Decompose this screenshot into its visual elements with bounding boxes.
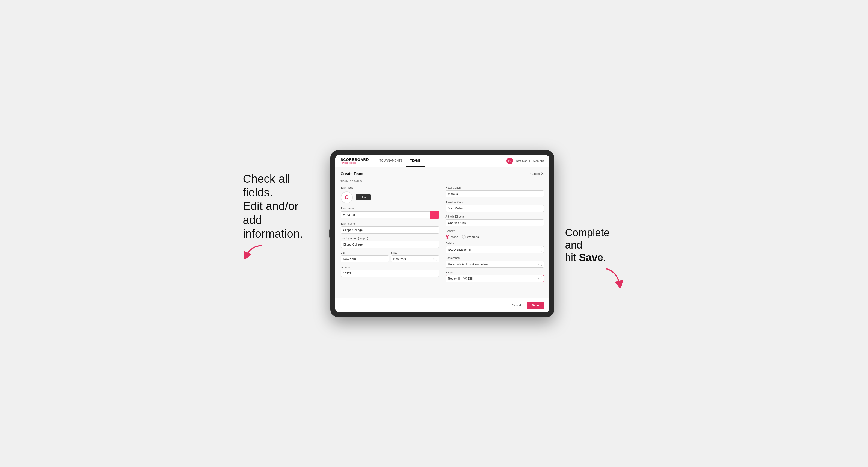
conference-label: Conference [445, 256, 544, 259]
conference-wrapper: ✕ ⌃⌄ [445, 260, 544, 268]
nav-user: Test User | [516, 159, 530, 162]
region-input[interactable] [445, 275, 544, 282]
assistant-coach-label: Assistant Coach [445, 201, 544, 204]
state-input[interactable] [391, 255, 439, 262]
team-name-input[interactable] [341, 226, 439, 234]
cancel-header-button[interactable]: Cancel ✕ [530, 172, 544, 176]
logo-circle: C [341, 191, 353, 204]
logo-sub: Powered by clippd [341, 162, 369, 164]
save-button[interactable]: Save [527, 302, 544, 309]
colour-swatch[interactable] [430, 211, 439, 219]
team-colour-field: Team colour [341, 207, 439, 219]
state-clear-icon[interactable]: ✕ [433, 257, 435, 260]
city-field: City [341, 251, 389, 262]
city-state-group: City State ✕ ⌃⌄ [341, 251, 439, 262]
right-text-line2: hit [565, 252, 579, 263]
right-text-end: . [603, 252, 606, 263]
gender-field: Gender Mens Womens [445, 230, 544, 239]
conference-input[interactable] [445, 260, 544, 268]
display-name-field: Display name (unique) [341, 237, 439, 248]
athletic-director-input[interactable] [445, 219, 544, 226]
tab-teams[interactable]: TEAMS [406, 155, 425, 167]
athletic-director-label: Athletic Director [445, 215, 544, 218]
arrow-left-icon [243, 243, 265, 259]
region-field: Region ✕ ⌃⌄ [445, 271, 544, 282]
team-logo-field: Team logo C Upload [341, 186, 439, 204]
avatar: TU [506, 158, 513, 164]
team-colour-input[interactable] [341, 211, 430, 218]
head-coach-label: Head Coach [445, 186, 544, 189]
city-state-row: City State ✕ ⌃⌄ [341, 251, 439, 262]
conference-field: Conference ✕ ⌃⌄ [445, 256, 544, 268]
nav-right: TU Test User | Sign out [506, 158, 544, 164]
colour-field-wrapper [341, 211, 439, 219]
team-name-field: Team name [341, 222, 439, 234]
state-wrapper: ✕ ⌃⌄ [391, 255, 439, 262]
arrow-right-icon [603, 266, 625, 288]
nav-tabs: TOURNAMENTS TEAMS [375, 155, 424, 167]
gender-mens-option[interactable]: Mens [445, 235, 458, 239]
division-input[interactable] [445, 246, 544, 253]
division-wrapper: ⌃⌄ [445, 246, 544, 253]
upload-button[interactable]: Upload [355, 194, 371, 200]
city-label: City [341, 251, 389, 254]
division-field: Division ⌃⌄ [445, 242, 544, 253]
assistant-coach-field: Assistant Coach [445, 201, 544, 212]
logo-title: SCOREBOARD [341, 158, 369, 161]
zip-input[interactable] [341, 270, 439, 277]
form-footer: Cancel Save [335, 298, 549, 312]
form-grid: Team logo C Upload Team colour [341, 186, 544, 282]
zip-field: Zip code [341, 266, 439, 277]
team-name-label: Team name [341, 222, 439, 225]
conference-clear-icon[interactable]: ✕ [537, 262, 539, 266]
cancel-button[interactable]: Cancel [508, 302, 524, 309]
left-text-line1: Check all fields. [243, 172, 290, 199]
gender-womens-option[interactable]: Womens [462, 235, 478, 239]
state-field: State ✕ ⌃⌄ [391, 251, 439, 262]
page-title: Create Team [341, 172, 364, 176]
team-logo-label: Team logo [341, 186, 439, 189]
gender-mens-radio[interactable] [445, 235, 450, 239]
tablet-device: SCOREBOARD Powered by clippd TOURNAMENTS… [330, 150, 554, 317]
right-instructions: Complete and hit Save. [565, 150, 625, 288]
left-instructions: Check all fields. Edit and/or add inform… [243, 150, 319, 259]
athletic-director-field: Athletic Director [445, 215, 544, 226]
state-label: State [391, 251, 439, 254]
gender-womens-radio[interactable] [462, 235, 466, 239]
division-label: Division [445, 242, 544, 245]
tab-tournaments[interactable]: TOURNAMENTS [375, 155, 406, 167]
right-text-bold: Save [579, 252, 603, 263]
team-colour-label: Team colour [341, 207, 439, 210]
left-text-line3: information. [243, 227, 303, 240]
assistant-coach-input[interactable] [445, 205, 544, 212]
display-name-input[interactable] [341, 241, 439, 248]
city-input[interactable] [341, 255, 389, 262]
display-name-label: Display name (unique) [341, 237, 439, 240]
section-label: TEAM DETAILS [341, 180, 544, 182]
tablet-side-button [329, 229, 330, 238]
zip-label: Zip code [341, 266, 439, 269]
nav-bar: SCOREBOARD Powered by clippd TOURNAMENTS… [335, 155, 549, 167]
left-text-line2: Edit and/or add [243, 199, 299, 226]
gender-row: Mens Womens [445, 235, 544, 239]
nav-logo: SCOREBOARD Powered by clippd [341, 158, 369, 164]
page-header: Create Team Cancel ✕ [341, 172, 544, 176]
head-coach-field: Head Coach [445, 186, 544, 197]
gender-label: Gender [445, 230, 544, 233]
logo-area: C Upload [341, 191, 439, 204]
head-coach-input[interactable] [445, 190, 544, 197]
right-text-line1: Complete and [565, 227, 610, 251]
region-wrapper: ✕ ⌃⌄ [445, 275, 544, 282]
tablet-screen: SCOREBOARD Powered by clippd TOURNAMENTS… [335, 155, 549, 312]
close-icon: ✕ [541, 172, 544, 176]
sign-out-link[interactable]: Sign out [533, 159, 544, 162]
region-clear-icon[interactable]: ✕ [537, 277, 539, 280]
form-right-column: Head Coach Assistant Coach Athletic Dire… [445, 186, 544, 282]
form-left-column: Team logo C Upload Team colour [341, 186, 439, 282]
main-content: Create Team Cancel ✕ TEAM DETAILS Team l… [335, 167, 549, 298]
region-label: Region [445, 271, 544, 274]
